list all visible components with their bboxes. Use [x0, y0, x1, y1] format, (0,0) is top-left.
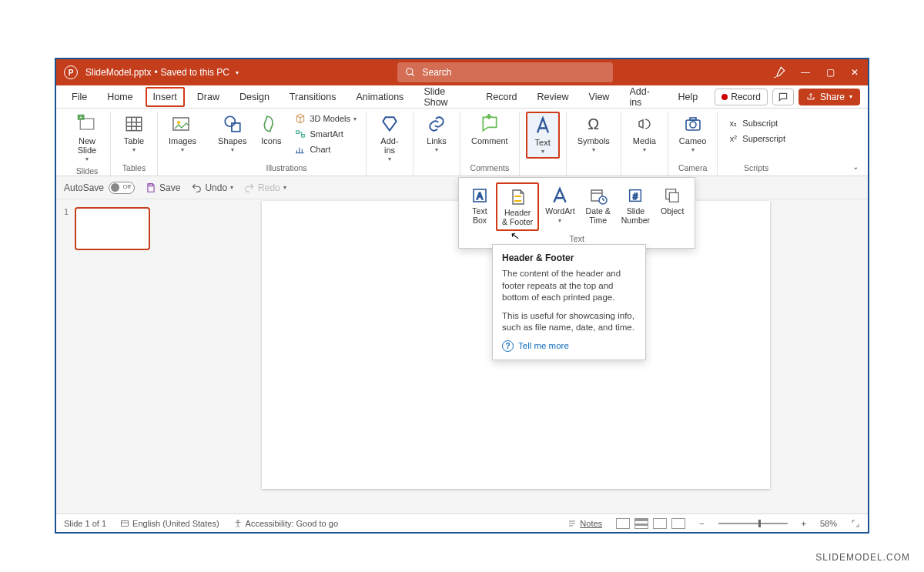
svg-rect-14 — [296, 131, 300, 134]
tab-insert[interactable]: Insert — [146, 87, 185, 107]
mic-icon[interactable] — [772, 65, 786, 79]
svg-point-22 — [690, 122, 696, 128]
group-comments: Comments — [470, 162, 509, 176]
slide-counter[interactable]: Slide 1 of 1 — [64, 519, 106, 528]
chart-button[interactable]: Chart — [291, 142, 360, 156]
chart-icon — [294, 143, 306, 156]
title-text: SlideModel.pptx • Saved to this PC ▾ — [85, 67, 239, 78]
tab-review[interactable]: Review — [530, 87, 577, 107]
link-icon — [426, 113, 447, 135]
tab-help[interactable]: Help — [671, 87, 706, 107]
shapes-icon — [222, 113, 243, 135]
textbox-icon: A — [470, 186, 490, 206]
tooltip-body-2: This is useful for showcasing info, such… — [502, 310, 636, 334]
tab-addins[interactable]: Add-ins — [621, 82, 665, 112]
notes-button[interactable]: Notes — [567, 519, 602, 528]
zoom-out[interactable]: − — [699, 519, 704, 528]
redo-button[interactable]: Redo ▾ — [244, 182, 286, 193]
tab-transitions[interactable]: Transitions — [282, 87, 344, 107]
tab-design[interactable]: Design — [232, 87, 277, 107]
svg-text:+: + — [79, 114, 83, 121]
header-footer-button[interactable]: Header & Footer — [496, 182, 539, 231]
fit-to-window[interactable] — [851, 519, 860, 528]
search-input[interactable]: Search — [397, 62, 613, 82]
object-button[interactable]: Object — [656, 182, 688, 231]
wordart-button[interactable]: WordArt▾ — [541, 182, 579, 231]
comment-icon: + — [479, 113, 500, 135]
new-slide-button[interactable]: + New Slide▾ — [70, 112, 104, 165]
addins-button[interactable]: Add- ins▾ — [373, 112, 407, 165]
datetime-button[interactable]: Date & Time — [581, 182, 615, 231]
shapes-button[interactable]: Shapes▾ — [213, 112, 251, 156]
images-button[interactable]: Images▾ — [164, 112, 201, 156]
reading-view-icon[interactable] — [653, 518, 667, 529]
slide-number-button[interactable]: #Slide Number — [617, 182, 654, 231]
save-button[interactable]: Save — [146, 182, 180, 193]
icons-button[interactable]: Icons — [254, 112, 288, 147]
links-button[interactable]: Links▾ — [420, 112, 454, 156]
close-button[interactable]: ✕ — [849, 67, 860, 78]
group-slides: Slides — [76, 165, 99, 179]
help-icon: ? — [502, 340, 514, 352]
table-icon — [123, 113, 145, 135]
maximize-button[interactable]: ▢ — [825, 67, 835, 78]
record-button[interactable]: Record — [715, 89, 768, 105]
superscript-button[interactable]: x²Superscript — [724, 132, 788, 146]
tell-me-more-link[interactable]: ? Tell me more — [502, 340, 636, 352]
new-slide-icon: + — [76, 113, 98, 135]
tab-home[interactable]: Home — [99, 87, 140, 107]
thumbnail-pane[interactable]: 1 — [56, 199, 164, 513]
media-button[interactable]: Media▾ — [628, 112, 661, 156]
svg-rect-33 — [514, 196, 521, 197]
ribbon-collapse-chevron[interactable]: ⌄ — [852, 162, 859, 171]
svg-text:A: A — [477, 191, 483, 202]
group-scripts: Scripts — [744, 162, 768, 176]
comments-toggle[interactable] — [772, 89, 794, 105]
textbox-button[interactable]: AText Box — [465, 182, 494, 231]
svg-point-0 — [407, 69, 413, 75]
language-status[interactable]: English (United States) — [120, 519, 219, 528]
comment-button[interactable]: +Comment — [467, 112, 513, 147]
zoom-in[interactable]: + — [802, 519, 806, 528]
text-flyout: AText Box Header & Footer WordArt▾ Date … — [458, 177, 695, 249]
svg-point-12 — [225, 116, 235, 126]
tab-file[interactable]: File — [64, 87, 95, 107]
smartart-button[interactable]: SmartArt — [291, 127, 360, 141]
view-buttons[interactable] — [616, 518, 685, 529]
slide-thumbnail-1[interactable] — [75, 207, 150, 250]
status-bar: Slide 1 of 1 English (United States) Acc… — [56, 513, 868, 532]
wordart-icon — [550, 186, 570, 206]
ribbon-tabs: File Home Insert Draw Design Transitions… — [56, 85, 868, 109]
undo-button[interactable]: Undo ▾ — [191, 182, 233, 193]
subscript-button[interactable]: x₂Subscript — [724, 116, 788, 130]
text-button[interactable]: Text▾ — [526, 112, 560, 159]
tooltip-title: Header & Footer — [502, 253, 636, 263]
svg-rect-25 — [122, 520, 129, 526]
datetime-icon — [588, 186, 608, 206]
tooltip-header-footer: Header & Footer The content of the heade… — [492, 244, 646, 360]
images-icon — [172, 113, 193, 135]
autosave-toggle[interactable]: AutoSave Off — [64, 182, 135, 194]
3d-models-button[interactable]: 3D Models ▾ — [291, 112, 360, 125]
sorter-view-icon[interactable] — [634, 518, 648, 529]
cube-icon — [294, 112, 306, 125]
cameo-button[interactable]: Cameo▾ — [675, 112, 711, 156]
tab-slideshow[interactable]: Slide Show — [416, 82, 474, 112]
table-button[interactable]: Table▾ — [117, 112, 151, 156]
slideshow-view-icon[interactable] — [671, 518, 685, 529]
zoom-slider[interactable] — [718, 523, 788, 524]
tab-animations[interactable]: Animations — [349, 87, 412, 107]
search-placeholder: Search — [422, 67, 451, 78]
normal-view-icon[interactable] — [616, 518, 630, 529]
zoom-level[interactable]: 58% — [820, 519, 837, 528]
group-tables: Tables — [122, 162, 146, 176]
minimize-button[interactable]: — — [800, 67, 811, 78]
accessibility-status[interactable]: Accessibility: Good to go — [233, 519, 338, 528]
svg-point-11 — [177, 121, 180, 124]
tab-record[interactable]: Record — [478, 87, 524, 107]
tab-draw[interactable]: Draw — [189, 87, 227, 107]
share-button[interactable]: Share▾ — [798, 89, 860, 105]
tab-view[interactable]: View — [581, 87, 618, 107]
symbols-button[interactable]: ΩSymbols▾ — [573, 112, 614, 156]
tooltip-body-1: The content of the header and footer rep… — [502, 268, 636, 304]
